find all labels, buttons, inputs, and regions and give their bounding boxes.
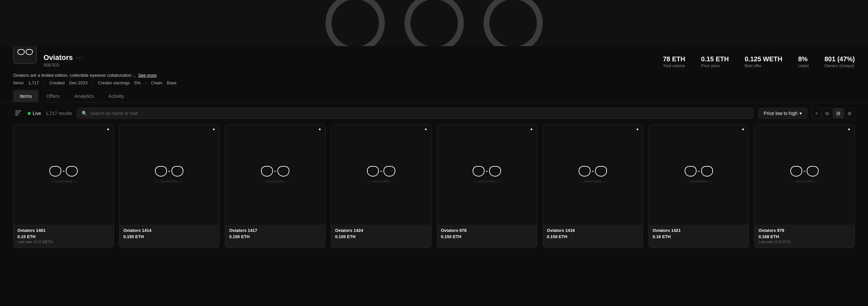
nft-name: Oviators 1416 [547,228,639,233]
glasses-right-lens [807,166,818,177]
nft-name: Oviators 1461 [18,228,110,233]
nft-image: — OVIATORS — [225,124,325,225]
glasses-bridge [274,171,276,172]
glasses-icon [579,166,607,177]
nft-price: 0.159 ETH [547,234,639,239]
more-button[interactable]: ··· [76,54,83,61]
nft-name: Oviators 1414 [123,228,216,233]
tab-activity[interactable]: Activity [102,90,131,102]
glasses-icon [685,166,713,177]
glasses-right-lens [701,166,713,177]
hero-banner [0,0,868,46]
glasses-left-lens [790,166,802,177]
live-dot [28,112,31,115]
nft-card[interactable]: — OVIATORS — Oviators 1424 0.155 ETH [331,124,432,248]
nft-price: 0.16 ETH [653,234,745,239]
tab-analytics[interactable]: Analytics [67,90,100,102]
tabs-bar: ItemsOffersAnalyticsActivity [0,90,868,102]
nft-info: Oviators 978 0.155 ETH [437,225,537,243]
nft-dot [213,128,215,130]
glasses-icon [790,166,818,177]
nft-image: — OVIATORS — [649,124,749,225]
stat-value: 0.125 WETH [745,55,782,63]
description-text: Oviators are a limited edition, collecti… [13,73,136,78]
nft-tag: — OVIATORS — [262,180,289,183]
toolbar: Live 1,717 results 🔍 Price low to high ▾… [0,102,868,124]
nft-info: Oviators 1461 0.15 ETH Last sale: 0.12 W… [13,225,114,248]
nft-dot [742,128,744,130]
nft-dot [848,128,850,130]
nft-card[interactable]: — OVIATORS — Oviators 1414 0.155 ETH [119,124,220,248]
view-grid4-button[interactable]: ⊠ [844,108,855,119]
stat-item: 78 ETH Total volume [663,55,685,68]
nft-name: Oviators 1421 [653,228,745,233]
nft-image: — OVIATORS — [437,124,537,225]
glasses-icon [367,166,395,177]
nft-image: — OVIATORS — [120,124,220,225]
nft-image: — OVIATORS — [13,124,114,225]
earnings-value: 5% [134,80,141,85]
nft-info: Oviators 1414 0.155 ETH [120,225,220,243]
nft-price: 0.15 ETH [18,234,110,239]
svg-rect-0 [15,111,21,111]
glasses-left-lens [579,166,591,177]
stat-value: 801 (47%) [825,55,855,63]
filter-button[interactable] [13,108,23,119]
svg-rect-2 [15,115,19,115]
collection-id: 95B7ED [43,63,656,67]
view-list-button[interactable]: ≡ [812,108,821,119]
nft-image: — OVIATORS — [331,124,431,225]
view-grid3-button[interactable]: ⊟ [833,108,844,119]
stat-item: 0.15 ETH Floor price [701,55,729,68]
glasses-left-lens [261,166,273,177]
nft-name: Oviators 979 [758,228,850,233]
nft-card[interactable]: — OVIATORS — Oviators 1421 0.16 ETH [648,124,749,248]
stat-label: Listed [798,64,809,68]
nft-price: 0.155 ETH [441,234,533,239]
sort-button[interactable]: Price low to high ▾ [758,108,807,119]
see-more-link[interactable]: See more [138,73,157,78]
nft-image: — OVIATORS — [754,124,855,225]
nft-price: 0.155 ETH [123,234,216,239]
nft-tag: — OVIATORS — [50,180,77,183]
nft-name: Oviators 1417 [229,228,321,233]
glasses-left-lens [685,166,696,177]
nft-dot [107,128,109,130]
glasses-bridge [168,171,170,172]
nft-tag: — OVIATORS — [580,180,606,183]
sort-label: Price low to high [764,111,798,116]
glasses-right-lens [66,166,78,177]
nft-image: — OVIATORS — [543,124,643,225]
stat-item: 8% Listed [798,55,809,68]
nft-card[interactable]: — OVIATORS — Oviators 1417 0.155 ETH [225,124,326,248]
nft-tag: — OVIATORS — [791,180,818,183]
nft-card[interactable]: — OVIATORS — Oviators 1416 0.159 ETH [542,124,643,248]
nft-price: 0.155 ETH [335,234,427,239]
items-count: 1,717 [28,80,39,85]
description-bar: Oviators are a limited edition, collecti… [0,68,868,79]
collection-name: Oviators [43,53,73,62]
glasses-right-lens [383,166,395,177]
stat-label: Owners (Unique) [825,64,855,68]
live-label: Live [33,111,41,116]
nft-dot [531,128,532,130]
tab-offers[interactable]: Offers [40,90,66,102]
search-box: 🔍 [77,108,753,119]
stat-item: 801 (47%) Owners (Unique) [825,55,855,68]
glasses-right-lens [172,166,183,177]
nft-price: 0.155 ETH [229,234,321,239]
search-input[interactable] [90,111,748,116]
stat-label: Floor price [701,64,720,68]
tab-items[interactable]: Items [13,90,38,102]
nft-dot [425,128,427,130]
glasses-bridge [592,171,594,172]
items-label: Items [13,80,24,85]
nft-card[interactable]: — OVIATORS — Oviators 1461 0.15 ETH Last… [13,124,114,248]
view-grid2-button[interactable]: ⊞ [822,108,832,119]
glasses-icon [261,166,289,177]
nft-card[interactable]: — OVIATORS — Oviators 978 0.155 ETH [437,124,537,248]
nft-card[interactable]: — OVIATORS — Oviators 979 0.168 ETH Last… [754,124,855,248]
created-value: Dec 2023 [69,80,88,85]
search-icon: 🔍 [82,111,87,116]
hero-bg-decoration [326,0,543,46]
